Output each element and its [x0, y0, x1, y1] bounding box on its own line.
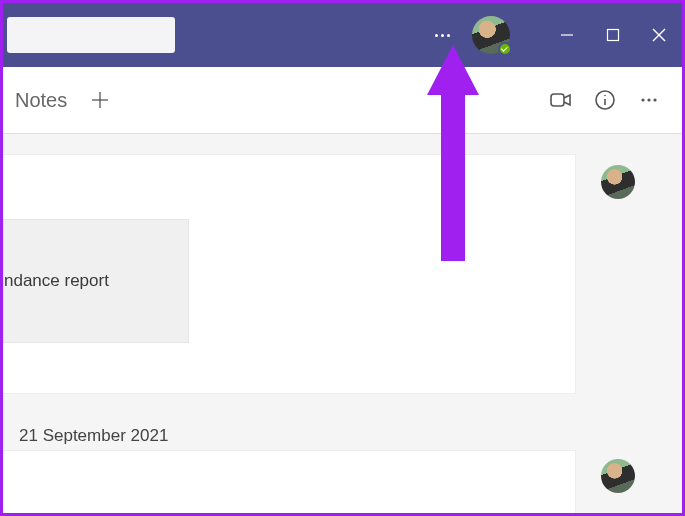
- tab-notes[interactable]: Notes: [7, 89, 75, 112]
- maximize-button[interactable]: [590, 3, 636, 67]
- chat-content: ndance report 21 September 2021: [3, 134, 682, 513]
- info-icon: [593, 88, 617, 112]
- presence-badge: [498, 42, 512, 56]
- more-icon: [638, 89, 660, 111]
- close-button[interactable]: [636, 3, 682, 67]
- avatar-image: [601, 165, 635, 199]
- minimize-button[interactable]: [544, 3, 590, 67]
- plus-icon: [90, 90, 110, 110]
- svg-point-9: [604, 95, 606, 97]
- tab-bar: Notes: [3, 67, 682, 134]
- message-card[interactable]: ndance report: [3, 154, 576, 394]
- svg-point-12: [653, 98, 656, 101]
- svg-point-10: [641, 98, 644, 101]
- maximize-icon: [606, 28, 620, 42]
- more-icon: [435, 34, 450, 37]
- video-call-button[interactable]: [542, 81, 580, 119]
- svg-rect-6: [551, 94, 564, 106]
- add-tab-button[interactable]: [81, 81, 119, 119]
- info-button[interactable]: [586, 81, 624, 119]
- title-bar: [3, 3, 682, 67]
- attachment-card[interactable]: ndance report: [3, 219, 189, 343]
- message-avatar[interactable]: [601, 165, 635, 199]
- search-input[interactable]: [7, 17, 175, 53]
- attachment-title: ndance report: [4, 271, 109, 291]
- message-avatar[interactable]: [601, 459, 635, 493]
- avatar-image: [601, 459, 635, 493]
- svg-rect-1: [608, 30, 619, 41]
- message-card[interactable]: [3, 450, 576, 513]
- more-options-button[interactable]: [630, 81, 668, 119]
- close-icon: [651, 27, 667, 43]
- video-icon: [549, 88, 573, 112]
- date-separator: 21 September 2021: [19, 426, 168, 446]
- profile-avatar[interactable]: [472, 16, 510, 54]
- minimize-icon: [560, 28, 574, 42]
- svg-point-11: [647, 98, 650, 101]
- titlebar-more-button[interactable]: [422, 15, 462, 55]
